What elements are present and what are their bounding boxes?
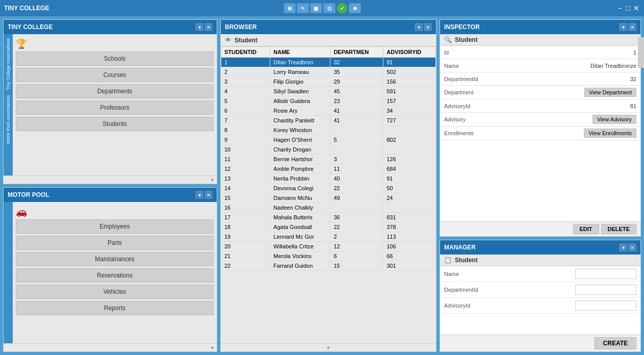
cell-name: Willabella Critze — [270, 242, 330, 251]
table-row[interactable]: 19Lennard Mc Gor2113 — [221, 232, 436, 242]
toolbar-btn-1[interactable]: ⊞ — [284, 3, 296, 13]
mgr-panel-pin[interactable]: ▾ — [619, 243, 627, 251]
cell-studentid: 22 — [221, 261, 270, 271]
toolbar-btn-5[interactable]: ⊗ — [349, 3, 361, 13]
table-row[interactable]: 20Willabella Critze12106 — [221, 242, 436, 251]
view-enrollments-button[interactable]: View Enrollments — [584, 129, 636, 138]
cell-department: 40 — [330, 174, 383, 184]
cell-studentid: 7 — [221, 116, 270, 125]
cell-studentid: 6 — [221, 106, 270, 116]
cell-name: Sibyl Swadlen — [270, 87, 330, 96]
col-studentid[interactable]: STUDENTID — [221, 47, 270, 58]
manager-advisoryid-input[interactable] — [575, 300, 636, 311]
tc-panel-pin[interactable]: ▾ — [195, 23, 203, 31]
table-row[interactable]: 4Sibyl Swadlen45591 — [221, 87, 436, 96]
cell-name: Amble Pomphre — [270, 164, 330, 174]
mgr-panel-close[interactable]: ✕ — [628, 243, 636, 251]
menu-vehicles[interactable]: Vehicles — [16, 285, 214, 299]
minimize-button[interactable]: − — [616, 5, 624, 12]
browser-table-container[interactable]: STUDENTID NAME DEPARTMEN ADVISORYID 1Dil… — [221, 46, 436, 343]
table-row[interactable]: 3Filip Giorgio29156 — [221, 77, 436, 87]
table-row[interactable]: 13Nerita Probbin4091 — [221, 174, 436, 184]
field-department-label: Department — [444, 89, 490, 95]
col-department[interactable]: DEPARTMEN — [330, 47, 383, 58]
manager-departmentid-input[interactable] — [575, 285, 636, 295]
table-row[interactable]: 2Lorry Rameau35502 — [221, 67, 436, 77]
cell-advisoryid: 378 — [383, 222, 436, 232]
cell-department: 2 — [330, 232, 383, 242]
manager-name-input[interactable] — [575, 269, 636, 279]
table-header: STUDENTID NAME DEPARTMEN ADVISORYID — [221, 47, 436, 58]
manager-panel: MANAGER ▾ ✕ 📋 Student Name DepartmentId — [440, 240, 641, 352]
field-departmentid: DepartmentId 32 — [440, 72, 640, 86]
toolbar-btn-4[interactable]: ⊡ — [323, 3, 336, 13]
cell-studentid: 3 — [221, 77, 270, 87]
field-advisory-label: Advisory — [444, 116, 490, 122]
menu-courses[interactable]: Courses — [16, 68, 214, 82]
motor-pool-header-title: MOTOR POOL — [8, 191, 49, 198]
table-row[interactable]: 14Devonna Colegi2250 — [221, 184, 436, 193]
main-container: TINY COLLEGE ▾ ✕ Tiny College Associativ… — [0, 16, 644, 355]
menu-maintainances[interactable]: Maintainances — [16, 252, 214, 266]
browser-table-body: 1Dilan Treadbron32812Lorry Rameau355023F… — [221, 58, 436, 271]
cell-name: Nadeen Chalkly — [270, 203, 330, 213]
mp-panel-pin[interactable]: ▾ — [195, 191, 203, 199]
view-department-button[interactable]: View Department — [584, 88, 636, 97]
insp-panel-close[interactable]: ✕ — [628, 23, 636, 31]
browser-panel-close[interactable]: ✕ — [424, 23, 432, 31]
menu-departments[interactable]: Departments — [16, 84, 214, 98]
col-name[interactable]: NAME — [270, 47, 330, 58]
table-row[interactable]: 10Charity Drogan — [221, 145, 436, 155]
table-row[interactable]: 1Dilan Treadbron3281 — [221, 58, 436, 67]
cell-studentid: 13 — [221, 174, 270, 184]
toolbar-btn-green[interactable]: ✓ — [337, 3, 348, 14]
view-advisory-button[interactable]: View Advisory — [593, 115, 636, 124]
menu-schools[interactable]: Schools — [16, 52, 214, 66]
browser-panel-pin[interactable]: ▾ — [415, 23, 423, 31]
tc-icon-strip: Tiny College Associatives Motor Pool Ass… — [4, 34, 13, 175]
tc-panel-close[interactable]: ✕ — [204, 23, 213, 31]
browser-subheader: 👁 Student — [221, 34, 436, 46]
table-row[interactable]: 16Nadeen Chalkly — [221, 203, 436, 213]
trophy-icon: 🏆 — [16, 39, 27, 49]
create-button[interactable]: CREATE — [595, 337, 636, 349]
table-row[interactable]: 15Damiano McNu4924 — [221, 193, 436, 203]
table-row[interactable]: 21Merola Vockins666 — [221, 251, 436, 261]
browser-footer: ▼ — [221, 343, 436, 351]
cell-department: 22 — [330, 184, 383, 193]
table-row[interactable]: 12Amble Pomphre11684 — [221, 164, 436, 174]
cell-advisoryid: 66 — [383, 251, 436, 261]
table-row[interactable]: 9Hagen O'Sherri5802 — [221, 135, 436, 145]
table-row[interactable]: 22Farrand Guidon15301 — [221, 261, 436, 271]
mp-panel-inner: 🚗 Employees Parts Maintainances Reservat… — [13, 202, 217, 343]
cell-department: 11 — [330, 164, 383, 174]
delete-button[interactable]: DELETE — [601, 224, 636, 234]
toolbar-btn-2[interactable]: ↖ — [297, 3, 309, 13]
close-button[interactable]: ✕ — [633, 5, 640, 12]
cell-studentid: 16 — [221, 203, 270, 213]
table-row[interactable]: 11Bernie Hartshor3126 — [221, 155, 436, 164]
menu-employees[interactable]: Employees — [16, 219, 214, 234]
insp-panel-pin[interactable]: ▾ — [619, 23, 627, 31]
menu-reports[interactable]: Reports — [16, 301, 214, 315]
menu-professors[interactable]: Professors — [16, 100, 214, 115]
tc-side-label-1[interactable]: Tiny College Associatives — [5, 36, 11, 92]
menu-parts[interactable]: Parts — [16, 236, 214, 250]
maximize-button[interactable]: □ — [625, 5, 632, 12]
table-row[interactable]: 6Rosie Ary4134 — [221, 106, 436, 116]
tc-side-label-2[interactable]: Motor Pool Associatives — [5, 93, 11, 146]
table-row[interactable]: 18Agata Goodsall22378 — [221, 222, 436, 232]
table-row[interactable]: 7Chastity Pankett41727 — [221, 116, 436, 125]
mp-panel-close[interactable]: ✕ — [204, 191, 213, 199]
menu-students[interactable]: Students — [16, 117, 214, 131]
col-advisoryid[interactable]: ADVISORYID — [383, 47, 436, 58]
edit-button[interactable]: EDIT — [573, 224, 599, 234]
table-row[interactable]: 17Mahala Butteris36831 — [221, 213, 436, 222]
toolbar-btn-3[interactable]: ▣ — [310, 3, 322, 13]
table-row[interactable]: 8Korey Whoston — [221, 125, 436, 135]
table-row[interactable]: 5Allistir Guidera23157 — [221, 96, 436, 106]
cell-name: Lennard Mc Gor — [270, 232, 330, 242]
menu-reservations[interactable]: Reservations — [16, 268, 214, 283]
motor-pool-header: MOTOR POOL ▾ ✕ — [4, 188, 217, 202]
mp-panel-body: 🚗 Employees Parts Maintainances Reservat… — [4, 202, 217, 343]
